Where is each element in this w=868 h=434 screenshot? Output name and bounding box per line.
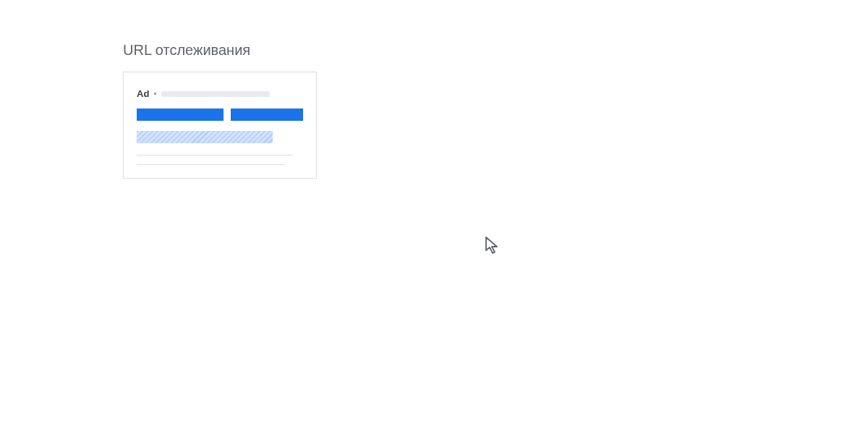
ad-preview-card: Ad [123,72,317,179]
description-line-2 [137,164,284,165]
ad-badge: Ad [137,88,149,99]
section-title: URL отслеживания [123,42,317,59]
ad-url-tracking-section: URL отслеживания Ad [123,42,317,179]
headline-placeholder-2 [231,109,303,121]
headline-row [137,109,303,121]
ad-header-row: Ad [137,88,303,99]
tracking-url-highlight [137,131,273,143]
cursor-icon [485,237,501,255]
description-line-1 [137,155,293,156]
separator-dot [154,93,156,95]
display-url-placeholder [161,91,270,97]
headline-placeholder-1 [137,109,224,121]
